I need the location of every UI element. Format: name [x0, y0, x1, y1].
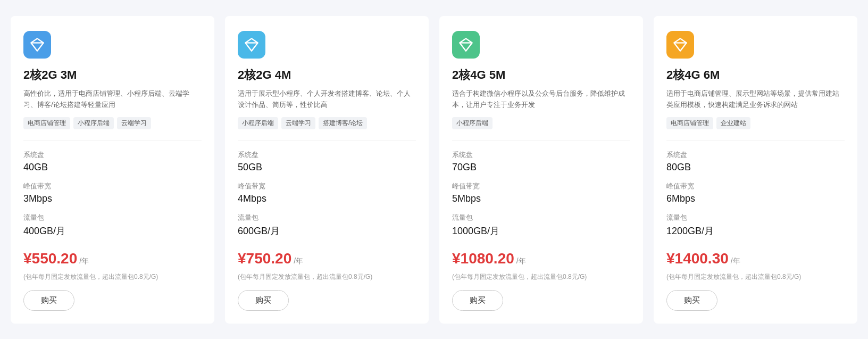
tag: 搭建博客/论坛 [319, 117, 367, 129]
flow-label: 流量包 [23, 213, 202, 222]
product-card-2: 2核2G 4M 适用于展示型小程序、个人开发者搭建博客、论坛、个人设计作品、简历… [225, 16, 429, 324]
card-desc: 适用于电商店铺管理、展示型网站等场景，提供常用建站类应用模板，快速构建满足业务诉… [666, 88, 845, 111]
price-section: ¥750.20 /年 [238, 250, 416, 267]
flow-label: 流量包 [666, 213, 845, 222]
tag: 小程序后端 [73, 117, 114, 129]
card-icon [666, 31, 694, 59]
buy-button[interactable]: 购买 [23, 290, 74, 311]
bandwidth-label: 峰值带宽 [452, 181, 630, 191]
flow-label: 流量包 [452, 213, 630, 222]
disk-label: 系统盘 [23, 150, 202, 160]
bandwidth-spec: 峰值带宽 3Mbps [23, 181, 202, 204]
price-unit: /年 [731, 257, 740, 266]
card-title: 2核2G 4M [238, 67, 416, 83]
product-card-1: 2核2G 3M 高性价比，适用于电商店铺管理、小程序后端、云端学习、博客/论坛搭… [11, 16, 214, 324]
bandwidth-value: 4Mbps [238, 193, 416, 204]
flow-value: 400GB/月 [23, 225, 202, 237]
price-section: ¥1080.20 /年 [452, 250, 630, 267]
divider [452, 140, 630, 140]
flow-spec: 流量包 400GB/月 [23, 213, 202, 237]
price-note: (包年每月固定发放流量包，超出流量包0.8元/G) [23, 272, 202, 282]
card-title: 2核2G 3M [23, 67, 202, 83]
card-icon [23, 31, 51, 59]
price-amount: ¥550.20 [23, 250, 77, 267]
card-icon [452, 31, 480, 59]
flow-spec: 流量包 1200GB/月 [666, 213, 845, 237]
tags: 电商店铺管理小程序后端云端学习 [23, 117, 202, 129]
card-desc: 适用于展示型小程序、个人开发者搭建博客、论坛、个人设计作品、简历等，性价比高 [238, 88, 416, 111]
bandwidth-value: 6Mbps [666, 193, 845, 204]
price-amount: ¥1400.30 [666, 250, 729, 267]
tag: 小程序后端 [452, 117, 493, 129]
disk-value: 40GB [23, 162, 202, 173]
price-note: (包年每月固定发放流量包，超出流量包0.8元/G) [238, 272, 416, 282]
bandwidth-label: 峰值带宽 [238, 181, 416, 191]
tag: 云端学习 [117, 117, 151, 129]
bandwidth-value: 3Mbps [23, 193, 202, 204]
price-unit: /年 [516, 257, 526, 266]
disk-spec: 系统盘 50GB [238, 150, 416, 173]
tag: 电商店铺管理 [666, 117, 713, 129]
tag: 小程序后端 [238, 117, 278, 129]
disk-label: 系统盘 [238, 150, 416, 160]
price-main: ¥1080.20 /年 [452, 250, 630, 267]
card-icon [238, 31, 265, 59]
buy-button[interactable]: 购买 [238, 290, 289, 311]
tags: 小程序后端云端学习搭建博客/论坛 [238, 117, 416, 129]
flow-value: 600GB/月 [238, 225, 416, 237]
tags: 小程序后端 [452, 117, 630, 129]
price-unit: /年 [79, 257, 89, 266]
price-note: (包年每月固定发放流量包，超出流量包0.8元/G) [452, 272, 630, 282]
disk-spec: 系统盘 70GB [452, 150, 630, 173]
tags: 电商店铺管理企业建站 [666, 117, 845, 129]
bandwidth-spec: 峰值带宽 4Mbps [238, 181, 416, 204]
disk-label: 系统盘 [666, 150, 845, 160]
price-main: ¥1400.30 /年 [666, 250, 845, 267]
bandwidth-spec: 峰值带宽 6Mbps [666, 181, 845, 204]
flow-value: 1200GB/月 [666, 225, 845, 237]
product-card-3: 2核4G 5M 适合于构建微信小程序以及公众号后台服务，降低维护成本，让用户专注… [439, 16, 643, 324]
disk-value: 80GB [666, 162, 845, 173]
divider [23, 140, 202, 140]
card-desc: 高性价比，适用于电商店铺管理、小程序后端、云端学习、博客/论坛搭建等轻量应用 [23, 88, 202, 111]
price-amount: ¥750.20 [238, 250, 291, 267]
bandwidth-value: 5Mbps [452, 193, 630, 204]
card-title: 2核4G 5M [452, 67, 630, 83]
tag: 电商店铺管理 [23, 117, 70, 129]
price-section: ¥550.20 /年 [23, 250, 202, 267]
flow-spec: 流量包 600GB/月 [238, 213, 416, 237]
disk-value: 70GB [452, 162, 630, 173]
price-main: ¥550.20 /年 [23, 250, 202, 267]
buy-button[interactable]: 购买 [666, 290, 717, 311]
price-unit: /年 [294, 257, 303, 266]
tag: 企业建站 [716, 117, 750, 129]
flow-label: 流量包 [238, 213, 416, 222]
bandwidth-label: 峰值带宽 [23, 181, 202, 191]
card-desc: 适合于构建微信小程序以及公众号后台服务，降低维护成本，让用户专注于业务开发 [452, 88, 630, 111]
price-amount: ¥1080.20 [452, 250, 514, 267]
disk-spec: 系统盘 80GB [666, 150, 845, 173]
price-main: ¥750.20 /年 [238, 250, 416, 267]
flow-value: 1000GB/月 [452, 225, 630, 237]
price-note: (包年每月固定发放流量包，超出流量包0.8元/G) [666, 272, 845, 282]
cards-container: 2核2G 3M 高性价比，适用于电商店铺管理、小程序后端、云端学习、博客/论坛搭… [11, 16, 857, 324]
card-title: 2核4G 6M [666, 67, 845, 83]
flow-spec: 流量包 1000GB/月 [452, 213, 630, 237]
divider [238, 140, 416, 140]
bandwidth-label: 峰值带宽 [666, 181, 845, 191]
bandwidth-spec: 峰值带宽 5Mbps [452, 181, 630, 204]
divider [666, 140, 845, 140]
disk-label: 系统盘 [452, 150, 630, 160]
disk-spec: 系统盘 40GB [23, 150, 202, 173]
buy-button[interactable]: 购买 [452, 290, 503, 311]
product-card-4: 2核4G 6M 适用于电商店铺管理、展示型网站等场景，提供常用建站类应用模板，快… [654, 16, 857, 324]
disk-value: 50GB [238, 162, 416, 173]
price-section: ¥1400.30 /年 [666, 250, 845, 267]
tag: 云端学习 [281, 117, 315, 129]
